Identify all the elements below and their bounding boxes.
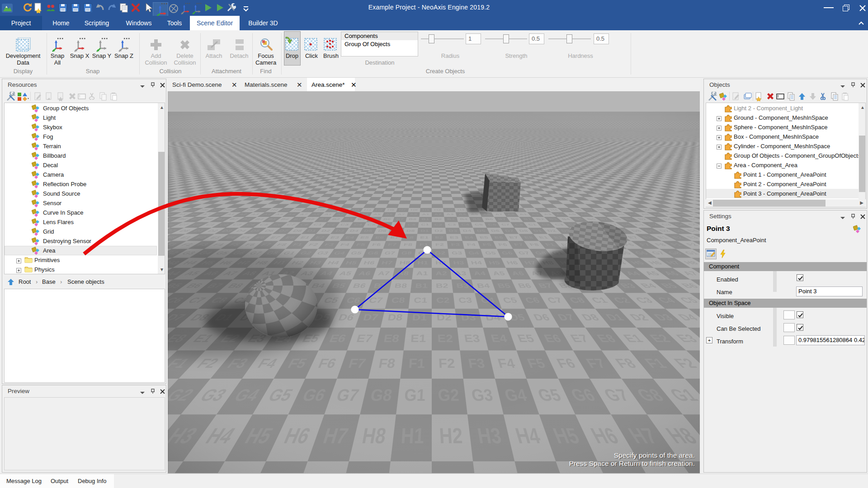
svg-text:Specify points of the area.: Specify points of the area.	[614, 451, 695, 459]
svg-text:Press Space or Return to finis: Press Space or Return to finish creation…	[569, 460, 695, 467]
